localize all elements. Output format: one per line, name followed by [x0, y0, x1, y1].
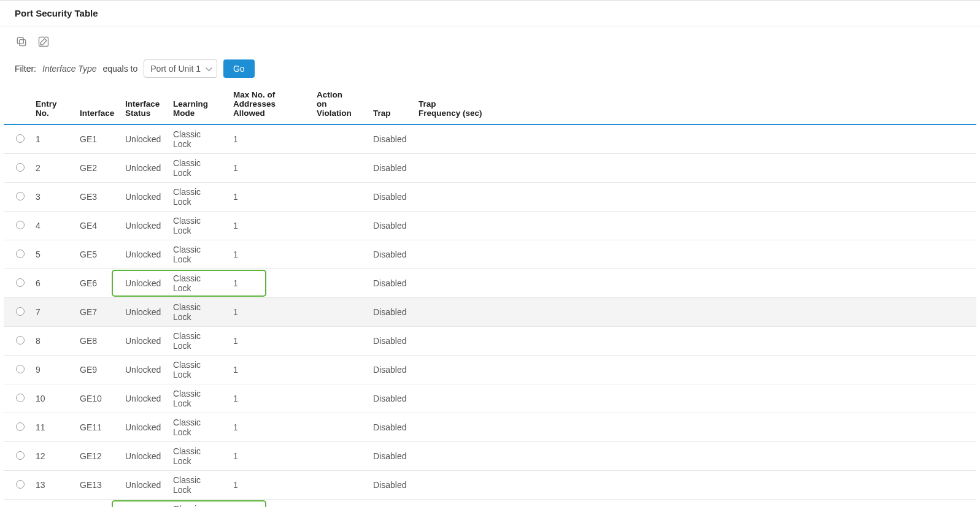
cell-mode: Classic Lock: [167, 500, 227, 508]
row-select-radio[interactable]: [16, 451, 25, 460]
cell-status: Unlocked: [119, 183, 167, 212]
table-row[interactable]: 13GE13UnlockedClassic Lock1Disabled: [4, 471, 976, 500]
table-row[interactable]: 4GE4UnlockedClassic Lock1Disabled: [4, 212, 976, 240]
cell-max: 1: [227, 124, 311, 154]
cell-action: [311, 500, 367, 508]
cell-freq: [412, 356, 976, 384]
row-select-radio[interactable]: [16, 394, 25, 402]
cell-max: 1: [227, 269, 311, 298]
cell-select: [4, 384, 29, 413]
cell-status: Unlocked: [119, 212, 167, 240]
table-row[interactable]: 8GE8UnlockedClassic Lock1Disabled: [4, 327, 976, 356]
table-row[interactable]: 7GE7UnlockedClassic Lock1Disabled: [4, 298, 976, 327]
cell-freq: [412, 183, 976, 212]
row-select-radio[interactable]: [16, 134, 25, 143]
copy-icon[interactable]: [15, 35, 28, 48]
table-row[interactable]: 3GE3UnlockedClassic Lock1Disabled: [4, 183, 976, 212]
cell-trap: Disabled: [367, 327, 412, 356]
table-row[interactable]: 2GE2UnlockedClassic Lock1Disabled: [4, 154, 976, 183]
cell-entry: 5: [29, 240, 74, 269]
cell-trap: Disabled: [367, 269, 412, 298]
cell-freq: [412, 298, 976, 327]
cell-freq: [412, 269, 976, 298]
cell-select: [4, 471, 29, 500]
cell-interface: GE2: [74, 154, 119, 183]
go-button[interactable]: Go: [223, 59, 255, 78]
page-header: Port Security Table: [0, 0, 980, 26]
page-title: Port Security Table: [15, 8, 98, 18]
row-select-radio[interactable]: [16, 336, 25, 345]
cell-interface: GE13: [74, 471, 119, 500]
cell-action: [311, 240, 367, 269]
table-row[interactable]: 6GE6UnlockedClassic Lock1Disabled: [4, 269, 976, 298]
cell-status: Unlocked: [119, 154, 167, 183]
row-select-radio[interactable]: [16, 163, 25, 172]
row-select-radio[interactable]: [16, 192, 25, 200]
table-row[interactable]: 10GE10UnlockedClassic Lock1Disabled: [4, 384, 976, 413]
cell-trap: Disabled: [367, 356, 412, 384]
cell-max: 1: [227, 471, 311, 500]
cell-select: [4, 298, 29, 327]
table-row[interactable]: 5GE5UnlockedClassic Lock1Disabled: [4, 240, 976, 269]
cell-interface: GE8: [74, 327, 119, 356]
cell-interface: GE6: [74, 269, 119, 298]
table-row[interactable]: 11GE11UnlockedClassic Lock1Disabled: [4, 413, 976, 442]
cell-mode: Classic Lock: [167, 240, 227, 269]
edit-icon[interactable]: [37, 35, 50, 48]
interface-type-select[interactable]: Port of Unit 1: [144, 59, 217, 78]
cell-action: [311, 298, 367, 327]
cell-select: [4, 212, 29, 240]
cell-interface: GE11: [74, 413, 119, 442]
cell-max: 1: [227, 240, 311, 269]
row-select-radio[interactable]: [16, 422, 25, 431]
table-header-row: Entry No. Interface Interface Status Lea…: [4, 86, 976, 124]
cell-status: Unlocked: [119, 442, 167, 471]
cell-select: [4, 500, 29, 508]
table-row[interactable]: 14GE14UnlockedClassic Lock1Disabled: [4, 500, 976, 508]
cell-trap: Disabled: [367, 298, 412, 327]
col-mode: Learning Mode: [167, 86, 227, 124]
cell-action: [311, 327, 367, 356]
table-row[interactable]: 9GE9UnlockedClassic Lock1Disabled: [4, 356, 976, 384]
cell-freq: [412, 327, 976, 356]
row-select-radio[interactable]: [16, 307, 25, 316]
cell-max: 1: [227, 384, 311, 413]
cell-status: Unlocked: [119, 327, 167, 356]
cell-mode: Classic Lock: [167, 154, 227, 183]
cell-freq: [412, 240, 976, 269]
cell-select: [4, 269, 29, 298]
table-row[interactable]: 12GE12UnlockedClassic Lock1Disabled: [4, 442, 976, 471]
cell-action: [311, 384, 367, 413]
cell-status: Unlocked: [119, 471, 167, 500]
cell-freq: [412, 413, 976, 442]
cell-interface: GE14: [74, 500, 119, 508]
cell-trap: Disabled: [367, 124, 412, 154]
cell-mode: Classic Lock: [167, 442, 227, 471]
cell-entry: 13: [29, 471, 74, 500]
row-select-radio[interactable]: [16, 365, 25, 373]
cell-entry: 9: [29, 356, 74, 384]
cell-select: [4, 442, 29, 471]
cell-mode: Classic Lock: [167, 413, 227, 442]
cell-status: Unlocked: [119, 500, 167, 508]
row-select-radio[interactable]: [16, 480, 25, 489]
cell-mode: Classic Lock: [167, 384, 227, 413]
cell-select: [4, 356, 29, 384]
row-select-radio[interactable]: [16, 221, 25, 229]
cell-trap: Disabled: [367, 442, 412, 471]
cell-trap: Disabled: [367, 212, 412, 240]
cell-trap: Disabled: [367, 154, 412, 183]
row-select-radio[interactable]: [16, 250, 25, 258]
row-select-radio[interactable]: [16, 278, 25, 287]
select-value: Port of Unit 1: [150, 64, 201, 74]
cell-status: Unlocked: [119, 413, 167, 442]
table-row[interactable]: 1GE1UnlockedClassic Lock1Disabled: [4, 124, 976, 154]
cell-trap: Disabled: [367, 500, 412, 508]
cell-status: Unlocked: [119, 240, 167, 269]
cell-select: [4, 124, 29, 154]
cell-max: 1: [227, 327, 311, 356]
cell-mode: Classic Lock: [167, 327, 227, 356]
col-interface: Interface: [74, 86, 119, 124]
cell-max: 1: [227, 442, 311, 471]
filter-equals: equals to: [102, 64, 137, 74]
